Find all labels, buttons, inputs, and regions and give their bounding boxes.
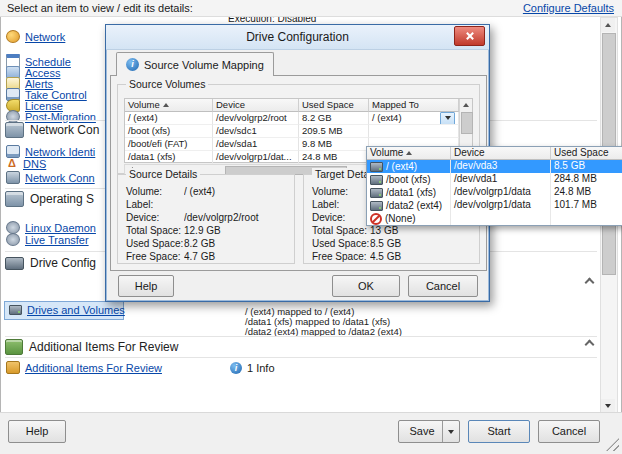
dropdown-item-volume: /data2 (ext4) xyxy=(386,200,442,212)
collapse-chevron-icon[interactable] xyxy=(584,338,594,347)
resize-grip[interactable] xyxy=(606,438,619,451)
save-dropdown-arrow[interactable] xyxy=(442,421,459,442)
footer-bar: Help Save Start Cancel xyxy=(0,412,622,454)
instruction-label: Select an item to view / edit its detail… xyxy=(7,2,193,14)
cell-device[interactable]: /dev/volgrp1/dat... xyxy=(213,151,299,164)
field-value: 12.9 GB xyxy=(184,224,294,237)
top-instruction-bar: Select an item to view / edit its detail… xyxy=(0,0,622,17)
grid-column-volume[interactable]: Volume xyxy=(125,99,213,112)
dropdown-item-none[interactable]: (None) xyxy=(367,212,622,225)
cell-volume[interactable]: / (ext4) xyxy=(125,112,213,125)
field-value: 4.5 GB xyxy=(370,250,479,263)
cell-used-space[interactable]: 8.2 GB xyxy=(299,112,369,125)
section-network-configuration[interactable]: Network Con xyxy=(5,122,99,138)
mapped-to-dropdown-popup: Volume Device Used Space / (ext4) /dev/v… xyxy=(366,146,622,226)
drive-icon xyxy=(370,201,383,211)
sidebar-item-additional-items-for-review[interactable]: Additional Items For Review xyxy=(6,361,162,374)
source-details-label: Source Details xyxy=(126,168,200,180)
drive-icon xyxy=(370,188,383,198)
cancel-button[interactable]: Cancel xyxy=(538,420,600,443)
cell-used-space[interactable]: 209.5 MB xyxy=(299,125,369,138)
dropdown-item[interactable]: / (ext4) /dev/vda3 8.5 GB xyxy=(367,160,622,173)
dropdown-column-device[interactable]: Device xyxy=(451,147,551,160)
sidebar-item-network[interactable]: Network xyxy=(6,30,65,43)
dns-icon xyxy=(6,158,18,169)
dropdown-item[interactable]: /data2 (ext4) /dev/volgrp1/data 101.7 MB xyxy=(367,199,622,212)
close-button[interactable] xyxy=(454,26,485,46)
sort-ascending-icon xyxy=(163,103,169,107)
sidebar-item-label: Network xyxy=(25,31,65,43)
mapped-to-combobox[interactable]: / (ext4) xyxy=(369,112,459,125)
dropdown-item[interactable]: /boot (xfs) /dev/vda1 284.8 MB xyxy=(367,173,622,186)
collapse-chevron-icon[interactable] xyxy=(584,276,594,285)
section-label: Operating S xyxy=(30,192,94,206)
field-label: Label: xyxy=(312,198,370,211)
grid-column-device[interactable]: Device xyxy=(213,99,299,112)
field-value: /dev/volgrp2/root xyxy=(184,211,294,224)
cell-device[interactable]: /dev/sda1 xyxy=(213,138,299,151)
dropdown-item-used: 8.5 GB xyxy=(551,160,622,173)
save-button-label: Save xyxy=(409,421,434,442)
dropdown-header-row: Volume Device Used Space xyxy=(367,147,622,160)
dropdown-item-device: /dev/volgrp1/data xyxy=(451,199,551,212)
scrollbar-thumb[interactable] xyxy=(461,112,473,134)
grid-column-used-space[interactable]: Used Space xyxy=(299,99,369,112)
scroll-up-arrow[interactable] xyxy=(460,99,472,111)
field-label: Free Space: xyxy=(312,250,370,263)
field-label: Used Space: xyxy=(126,237,184,250)
cell-mapped-to[interactable] xyxy=(369,125,459,138)
operating-system-icon xyxy=(5,191,24,207)
cell-volume[interactable]: /data1 (xfs) xyxy=(125,151,213,164)
field-label: Device: xyxy=(126,211,184,224)
sidebar-item-drives-and-volumes[interactable]: Drives and Volumes xyxy=(9,303,125,316)
dropdown-column-volume[interactable]: Volume xyxy=(367,147,451,160)
dropdown-item-used: 284.8 MB xyxy=(551,173,622,186)
field-value: 4.7 GB xyxy=(184,250,294,263)
drive-icon xyxy=(370,162,383,172)
sidebar-item-dns[interactable]: DNS xyxy=(6,157,46,170)
scroll-up-arrow[interactable] xyxy=(601,18,615,32)
field-label: Volume: xyxy=(312,185,370,198)
save-split-button[interactable]: Save xyxy=(398,420,460,443)
ok-button[interactable]: OK xyxy=(332,275,400,297)
grid-column-mapped-to[interactable]: Mapped To xyxy=(369,99,459,112)
cell-device[interactable]: /dev/sdc1 xyxy=(213,125,299,138)
sidebar-item-network-connections[interactable]: Network Conn xyxy=(6,171,95,184)
cell-used-space[interactable]: 24.8 MB xyxy=(299,151,369,164)
configure-defaults-link[interactable]: Configure Defaults xyxy=(523,2,614,14)
grid-row[interactable]: /boot (xfs) /dev/sdc1 209.5 MB xyxy=(125,125,472,138)
drive-configuration-icon xyxy=(5,257,24,270)
section-additional-items-for-review[interactable]: Additional Items For Review xyxy=(5,339,178,355)
field-label: Total Space: xyxy=(312,224,370,237)
dropdown-item-volume: /data1 (xfs) xyxy=(386,187,436,199)
dropdown-item-used: 24.8 MB xyxy=(551,186,622,199)
dropdown-item-device: /dev/vda1 xyxy=(451,173,551,186)
section-divider xyxy=(5,336,597,337)
sidebar-item-label: Drives and Volumes xyxy=(27,304,125,316)
cell-device[interactable]: /dev/volgrp2/root xyxy=(213,112,299,125)
combobox-dropdown-button[interactable] xyxy=(440,112,455,125)
network-icon xyxy=(6,30,20,43)
section-drive-configuration[interactable]: Drive Config xyxy=(5,255,96,271)
cell-volume[interactable]: /boot (xfs) xyxy=(125,125,213,138)
sidebar-item-label: Network Identi xyxy=(25,146,95,158)
sidebar-item-live-transfer[interactable]: Live Transfer xyxy=(6,233,89,246)
grid-header-row: Volume Device Used Space Mapped To xyxy=(125,99,472,112)
source-volumes-group-label: Source Volumes xyxy=(126,78,208,90)
sidebar-item-label: Network Conn xyxy=(25,172,95,184)
cell-used-space[interactable]: 9.8 MB xyxy=(299,138,369,151)
dropdown-item[interactable]: /data1 (xfs) /dev/volgrp1/data 24.8 MB xyxy=(367,186,622,199)
scroll-down-arrow[interactable] xyxy=(601,399,615,413)
sidebar-item-label: Live Transfer xyxy=(25,234,89,246)
dialog-cancel-button[interactable]: Cancel xyxy=(408,275,478,297)
dialog-help-button[interactable]: Help xyxy=(118,275,174,297)
tab-source-volume-mapping[interactable]: Source Volume Mapping xyxy=(116,52,274,76)
network-configuration-icon xyxy=(5,122,24,138)
start-button[interactable]: Start xyxy=(468,420,530,443)
section-operating-system[interactable]: Operating S xyxy=(5,191,94,207)
help-button[interactable]: Help xyxy=(8,420,66,443)
cell-volume[interactable]: /boot/efi (FAT) xyxy=(125,138,213,151)
dropdown-column-used-space[interactable]: Used Space xyxy=(551,147,622,160)
dialog-titlebar[interactable]: Drive Configuration xyxy=(106,25,489,50)
grid-row[interactable]: / (ext4) /dev/volgrp2/root 8.2 GB / (ext… xyxy=(125,112,472,125)
